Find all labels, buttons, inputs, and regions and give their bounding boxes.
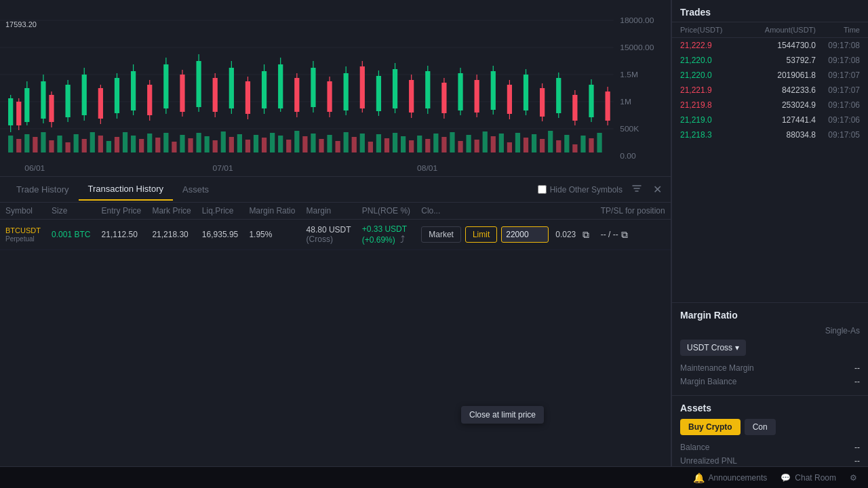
svg-rect-9 xyxy=(41,132,45,152)
th-amount: Amount(USDT) xyxy=(748,26,816,34)
svg-rect-10 xyxy=(49,140,54,152)
svg-rect-29 xyxy=(205,136,210,152)
status-bar: 🔔 Announcements 💬 Chat Room ⚙ xyxy=(0,466,868,488)
svg-rect-20 xyxy=(131,136,136,152)
close-size-value: 0.023 xyxy=(553,230,578,239)
hide-other-symbols-checkbox[interactable] xyxy=(538,185,547,194)
svg-rect-15 xyxy=(90,132,95,152)
trade-row: 21,220.0 2019061.8 09:17:07 xyxy=(672,68,868,83)
svg-rect-28 xyxy=(196,133,201,152)
maintenance-margin-label: Maintenance Margin xyxy=(680,363,754,373)
close-panel-button[interactable]: ✕ xyxy=(651,181,664,198)
th-time: Time xyxy=(816,26,860,34)
chat-room-item[interactable]: 💬 Chat Room xyxy=(781,473,836,483)
svg-rect-19 xyxy=(123,132,127,152)
limit-price-input[interactable] xyxy=(501,226,549,243)
bell-icon: 🔔 xyxy=(693,472,705,483)
svg-rect-50 xyxy=(376,134,381,152)
svg-rect-32 xyxy=(229,137,234,152)
svg-text:500K: 500K xyxy=(620,125,639,133)
td-tpsl: -- / -- ⧉ xyxy=(595,220,671,250)
th-price: Price(USDT) xyxy=(680,26,748,34)
svg-rect-51 xyxy=(384,138,389,152)
usdt-cross-button[interactable]: USDT Cross ▾ xyxy=(680,340,746,356)
svg-rect-26 xyxy=(180,135,184,152)
margin-ratio-title: Margin Ratio xyxy=(680,310,860,321)
svg-rect-54 xyxy=(409,140,414,152)
svg-rect-73 xyxy=(564,135,569,152)
tab-trade-history[interactable]: Trade History xyxy=(7,179,79,200)
tab-assets[interactable]: Assets xyxy=(173,179,218,200)
svg-rect-11 xyxy=(57,136,62,152)
convert-button[interactable]: Con xyxy=(745,419,776,435)
trade-row: 21,219.8 253024.9 09:17:06 xyxy=(672,98,868,113)
svg-rect-16 xyxy=(98,136,103,152)
svg-rect-45 xyxy=(336,141,340,152)
positions-table-container: Close at limit price Symbol Size Entry P… xyxy=(0,203,671,488)
svg-rect-68 xyxy=(524,138,528,152)
td-mark-price: 21,218.30 xyxy=(146,220,196,250)
svg-rect-39 xyxy=(286,140,291,152)
buy-crypto-button[interactable]: Buy Crypto xyxy=(680,419,741,435)
announcements-item[interactable]: 🔔 Announcements xyxy=(693,472,768,483)
svg-rect-24 xyxy=(163,133,168,152)
svg-rect-46 xyxy=(344,132,349,152)
svg-rect-53 xyxy=(401,136,406,152)
td-size: 0.001 BTC xyxy=(46,220,96,250)
svg-rect-37 xyxy=(270,133,275,152)
margin-ratio-section: Margin Ratio Single-As USDT Cross ▾ Main… xyxy=(672,302,868,395)
chat-icon: 💬 xyxy=(781,473,791,483)
close-expand-button[interactable]: ⧉ xyxy=(583,229,589,241)
svg-rect-76 xyxy=(589,138,593,152)
td-liq-price: 16,935.95 xyxy=(197,220,244,250)
svg-rect-47 xyxy=(352,137,357,152)
svg-rect-71 xyxy=(548,131,553,152)
svg-rect-49 xyxy=(368,142,373,152)
svg-text:0.00: 0.00 xyxy=(620,152,635,160)
th-margin-ratio: Margin Ratio xyxy=(243,203,300,220)
single-asset-mode-label: Single-As xyxy=(825,326,860,336)
svg-rect-59 xyxy=(450,132,454,152)
svg-rect-36 xyxy=(262,138,267,152)
svg-rect-48 xyxy=(360,134,365,152)
svg-rect-52 xyxy=(393,133,397,152)
svg-rect-7 xyxy=(24,134,29,152)
filter-icon[interactable] xyxy=(629,181,644,198)
chart-canvas: 17593.20 xyxy=(0,0,671,176)
chat-room-label: Chat Room xyxy=(795,473,836,483)
trade-row: 21,219.0 127441.4 09:17:06 xyxy=(672,113,868,127)
svg-rect-17 xyxy=(106,141,111,152)
svg-text:07/01: 07/01 xyxy=(213,165,233,172)
unrealized-pnl-label: Unrealized PNL xyxy=(680,456,737,466)
svg-rect-44 xyxy=(327,135,332,152)
tpsl-edit-button[interactable]: ⧉ xyxy=(621,229,628,241)
svg-rect-77 xyxy=(597,133,601,152)
market-close-button[interactable]: Market xyxy=(421,226,461,243)
svg-rect-18 xyxy=(115,137,119,152)
tab-transaction-history[interactable]: Transaction History xyxy=(79,178,174,201)
svg-rect-12 xyxy=(65,142,70,152)
td-close: Market Limit 0.023 ⧉ xyxy=(416,220,595,250)
svg-rect-43 xyxy=(319,139,323,152)
svg-rect-38 xyxy=(278,136,283,152)
svg-rect-30 xyxy=(213,140,218,152)
svg-rect-74 xyxy=(572,144,577,152)
svg-rect-62 xyxy=(475,140,479,152)
trade-row: 21,220.0 53792.7 09:17:08 xyxy=(672,53,868,68)
svg-rect-63 xyxy=(483,131,488,152)
svg-rect-6 xyxy=(16,139,21,152)
svg-rect-58 xyxy=(441,137,446,152)
th-mark-price: Mark Price xyxy=(146,203,196,220)
svg-rect-60 xyxy=(458,141,462,152)
pnl-share-icon[interactable]: ⤴ xyxy=(400,234,405,245)
svg-rect-27 xyxy=(188,138,193,152)
limit-close-button[interactable]: Limit xyxy=(465,226,497,243)
td-pnl: +0.33 USDT(+0.69%) ⤴ xyxy=(357,220,416,250)
trades-title: Trades xyxy=(672,0,868,22)
svg-rect-13 xyxy=(74,134,79,152)
svg-rect-23 xyxy=(155,138,160,152)
th-entry-price: Entry Price xyxy=(96,203,147,220)
svg-rect-61 xyxy=(466,135,471,152)
positions-table: Symbol Size Entry Price Mark Price Liq.P… xyxy=(0,203,671,250)
settings-item[interactable]: ⚙ xyxy=(850,473,857,483)
